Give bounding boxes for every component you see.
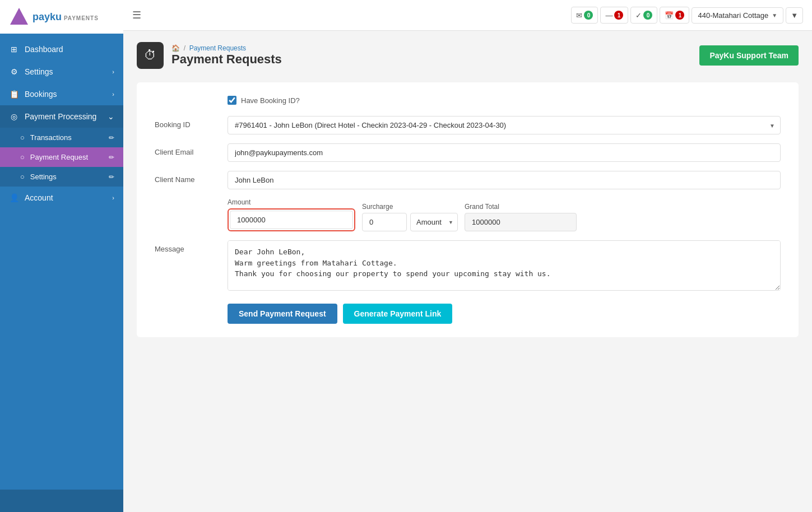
pp-settings-circle-icon: ○ [20,173,25,181]
message-label: Message [155,240,228,253]
transactions-edit-icon: ✏ [109,134,114,142]
amount-row-label [155,198,228,203]
content-area: ⏱ 🏠 / Payment Requests Payment Requests … [123,31,812,512]
extra-dropdown-button[interactable]: ▼ [786,7,803,24]
message-field: Dear John LeBon, Warm greetings from Mat… [228,240,781,292]
sidebar-menu: ⊞ Dashboard ⚙ Settings › 📋 Bookings › ◎ … [0,34,123,490]
page-title-text: 🏠 / Payment Requests Payment Requests [171,44,282,67]
email-icon: ✉ [576,11,582,20]
breadcrumb: 🏠 / Payment Requests [171,44,282,52]
main-content: ☰ ✉ 0 — 1 ✓ 0 📅 1 4 [123,0,812,512]
have-booking-checkbox[interactable] [228,96,236,105]
dash-notification-button[interactable]: — 1 [600,7,628,24]
payment-request-edit-icon: ✏ [109,153,114,161]
page-title-section: ⏱ 🏠 / Payment Requests Payment Requests [137,42,282,69]
sidebar-item-settings-label: Settings [25,67,53,76]
logo-icon [9,7,29,27]
amount-input-wrapper [228,208,355,231]
email-notification-button[interactable]: ✉ 0 [571,7,598,24]
amount-field-label: Amount [228,198,355,206]
support-button[interactable]: PayKu Support Team [699,45,799,66]
message-row: Message Dear John LeBon, Warm greetings … [155,240,781,292]
sidebar-item-bookings-label: Bookings [25,90,57,99]
submenu-item-payment-request[interactable]: ○ Payment Request ✏ [0,147,123,167]
client-email-label: Client Email [155,143,228,156]
sidebar-item-bookings[interactable]: 📋 Bookings › [0,83,123,105]
amount-fields-group: Amount Surcharge Amount [228,198,781,231]
surcharge-type-wrapper: Amount Percent [410,213,458,231]
booking-id-select[interactable]: #7961401 - John LeBon (Direct Hotel - Ch… [228,116,781,134]
grand-total-field-label: Grand Total [465,203,577,211]
sidebar-item-account[interactable]: 👤 Account › [0,187,123,209]
message-textarea[interactable]: Dear John LeBon, Warm greetings from Mat… [228,240,781,291]
surcharge-input[interactable] [362,213,407,231]
breadcrumb-parent-link[interactable]: Payment Requests [189,44,246,52]
client-email-input[interactable] [228,143,781,162]
page-title: Payment Requests [171,52,282,67]
sidebar-item-account-label: Account [25,193,53,202]
surcharge-type-select[interactable]: Amount Percent [410,213,458,231]
property-name: 440-Matahari Cottage [698,11,768,20]
sidebar-bottom [0,490,123,512]
page-icon-box: ⏱ [137,42,164,69]
submenu-item-settings[interactable]: ○ Settings ✏ [0,167,123,187]
logo-text: payku [33,11,62,22]
property-dropdown-arrow-icon: ▼ [772,12,777,18]
booking-id-label: Booking ID [155,116,228,129]
transactions-circle-icon: ○ [20,133,25,142]
account-icon: 👤 [9,193,19,202]
amount-group: Amount [228,198,355,231]
client-name-label: Client Name [155,171,228,184]
have-booking-row: Have Booking ID? [155,96,781,105]
bookings-icon: 📋 [9,90,19,99]
surcharge-group: Surcharge Amount Percent [362,203,458,231]
email-badge: 0 [584,11,593,20]
have-booking-label: Have Booking ID? [241,96,300,105]
client-name-row: Client Name [155,171,781,189]
client-name-input[interactable] [228,171,781,189]
action-buttons: Send Payment Request Generate Payment Li… [155,304,781,324]
send-payment-request-button[interactable]: Send Payment Request [228,304,337,324]
settings-icon: ⚙ [9,67,19,76]
client-email-field [228,143,781,162]
sidebar-item-dashboard[interactable]: ⊞ Dashboard [0,38,123,60]
surcharge-field-label: Surcharge [362,203,458,211]
client-name-field [228,171,781,189]
dash-badge: 1 [614,11,623,20]
sidebar-item-settings[interactable]: ⚙ Settings › [0,60,123,83]
account-chevron-icon: › [112,194,114,201]
logo: payku PAYMENTS [0,0,123,34]
hamburger-button[interactable]: ☰ [132,9,141,21]
pp-settings-edit-icon: ✏ [109,173,114,181]
amount-row: Amount Surcharge Amount [155,198,781,231]
calendar-notification-button[interactable]: 📅 1 [660,7,689,24]
page-icon: ⏱ [144,48,156,63]
payment-processing-chevron-icon: ⌄ [108,112,114,121]
topbar: ☰ ✉ 0 — 1 ✓ 0 📅 1 4 [123,0,812,31]
dashboard-icon: ⊞ [9,45,19,54]
sidebar: payku PAYMENTS ⊞ Dashboard ⚙ Settings › … [0,0,123,512]
bookings-chevron-icon: › [112,91,114,97]
grand-total-input [465,213,577,231]
calendar-badge: 1 [675,11,684,20]
topbar-notifications: ✉ 0 — 1 ✓ 0 📅 1 440-Matahari Cottage ▼ [571,7,803,24]
payment-request-form: Have Booking ID? Booking ID #7961401 - J… [137,82,799,337]
sidebar-item-payment-processing[interactable]: ◎ Payment Processing ⌄ [0,105,123,128]
amount-input[interactable] [230,211,353,229]
booking-id-field: #7961401 - John LeBon (Direct Hotel - Ch… [228,116,781,134]
payment-processing-submenu: ○ Transactions ✏ ○ Payment Request ✏ ○ S… [0,128,123,187]
payment-request-circle-icon: ○ [20,153,25,161]
generate-payment-link-button[interactable]: Generate Payment Link [343,304,453,324]
submenu-settings-label: Settings [30,173,57,181]
sidebar-item-dashboard-label: Dashboard [25,45,63,54]
client-email-row: Client Email [155,143,781,162]
property-selector[interactable]: 440-Matahari Cottage ▼ [692,7,783,24]
surcharge-fields: Amount Percent [362,213,458,231]
submenu-item-transactions[interactable]: ○ Transactions ✏ [0,128,123,147]
settings-chevron-icon: › [112,68,114,75]
check-notification-button[interactable]: ✓ 0 [630,7,657,24]
check-icon: ✓ [635,11,642,20]
svg-marker-0 [10,8,28,25]
dash-icon: — [605,11,613,20]
extra-dropdown-icon: ▼ [791,11,798,20]
